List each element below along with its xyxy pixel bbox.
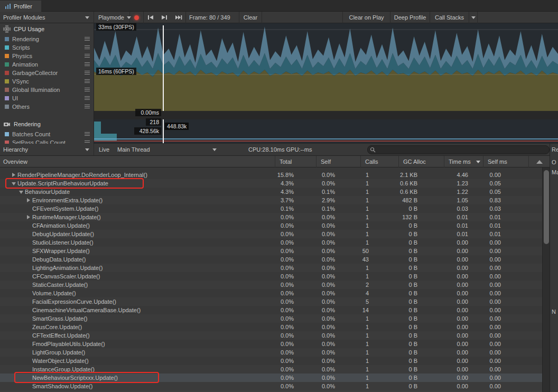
- row-value: 0.0%: [275, 366, 316, 372]
- legend-graph-icon: [85, 96, 90, 100]
- table-row[interactable]: RuntimeManager.Update()0.0%0.0%1132 B0.0…: [0, 213, 542, 221]
- table-row[interactable]: CFTextEffect.Update()0.0%0.0%10 B0.000.0…: [0, 331, 542, 340]
- table-row[interactable]: SmartShadow.Update()0.0%0.0%10 B0.000.00: [0, 382, 542, 390]
- legend-graph-icon: [85, 79, 90, 83]
- view-mode-dropdown[interactable]: Hierarchy: [0, 144, 94, 155]
- row-value: 0.0%: [316, 265, 360, 271]
- foldout-expanded-icon[interactable]: [11, 180, 17, 186]
- table-row[interactable]: StudioListener.Update()0.0%0.0%10 B0.000…: [0, 238, 542, 247]
- row-value: 0.00: [483, 256, 528, 263]
- table-row[interactable]: Update.ScriptRunBehaviourUpdate4.3%0.0%1…: [0, 179, 542, 188]
- previous-frame-icon: [147, 15, 154, 20]
- row-value: 0.00: [483, 282, 528, 288]
- search-input[interactable]: [378, 147, 536, 153]
- row-value: 0.00: [483, 341, 528, 347]
- table-row[interactable]: SFXWrapper.Update()0.0%0.0%500 B0.000.00: [0, 247, 542, 255]
- rendering-module-header[interactable]: Rendering: [0, 118, 94, 130]
- profiler-modules-dropdown[interactable]: Profiler Modules: [0, 12, 94, 23]
- table-row[interactable]: RenderPipelineManager.DoRenderLoop_Inter…: [0, 171, 542, 179]
- row-label: CinemachineVirtualCameraBase.Update(): [32, 307, 141, 313]
- playmode-label: Playmode: [98, 14, 124, 21]
- column-header-self-ms[interactable]: Self ms: [483, 156, 528, 167]
- cpu-icon: [3, 25, 11, 33]
- foldout-collapsed-icon[interactable]: [25, 214, 32, 220]
- legend-label: Animation: [12, 61, 38, 68]
- next-frame-button[interactable]: [157, 12, 171, 23]
- column-header-calls[interactable]: Calls: [360, 156, 398, 167]
- playmode-dropdown[interactable]: Playmode: [95, 12, 130, 23]
- deep-profile-button[interactable]: Deep Profile: [390, 12, 430, 23]
- thread-dropdown[interactable]: Main Thread: [114, 144, 220, 155]
- row-value: 0.01: [483, 231, 528, 237]
- charts-region: CPU Usage RenderingScriptsPhysicsAnimati…: [0, 23, 558, 144]
- row-label: NewBehaviourScriptxxx.Update(): [32, 375, 118, 381]
- table-row[interactable]: EnvironmentExtra.Update()3.7%2.9%1482 B1…: [0, 196, 542, 204]
- row-label: CFTextEffect.Update(): [32, 332, 90, 339]
- tab-profiler[interactable]: Profiler: [0, 1, 41, 12]
- table-row[interactable]: CFCanvasScaler.Update()0.0%0.0%10 B0.000…: [0, 272, 542, 281]
- legend-item[interactable]: Animation: [0, 60, 94, 69]
- table-row[interactable]: WaterObject.Update()0.0%0.0%10 B0.000.00: [0, 357, 542, 365]
- table-row[interactable]: FmodPlayableUtils.Update()0.0%0.0%10 B0.…: [0, 340, 542, 348]
- legend-item[interactable]: Others: [0, 102, 94, 111]
- table-row[interactable]: DebugData.Update()0.0%0.0%430 B0.000.00: [0, 255, 542, 264]
- legend-item[interactable]: VSync: [0, 77, 94, 86]
- frame-playhead[interactable]: [163, 119, 164, 143]
- legend-item[interactable]: UI: [0, 94, 94, 102]
- clear-on-play-button[interactable]: Clear on Play: [342, 12, 390, 23]
- column-header-self[interactable]: Self: [316, 156, 360, 167]
- table-row[interactable]: FacialExpressionCurve.Update()0.0%0.0%50…: [0, 297, 542, 306]
- foldout-collapsed-icon[interactable]: [11, 172, 17, 178]
- column-header-gc-alloc[interactable]: GC Alloc: [398, 156, 444, 167]
- search-field[interactable]: [367, 145, 550, 154]
- column-header-time-ms[interactable]: Time ms: [444, 156, 483, 167]
- foldout-expanded-icon[interactable]: [18, 189, 24, 195]
- table-row[interactable]: Volume.Update()0.0%0.0%40 B0.000.00: [0, 289, 542, 297]
- cpu-usage-module-header[interactable]: CPU Usage: [0, 23, 94, 35]
- table-row[interactable]: DebugUpdater.Update()0.0%0.0%10 B0.010.0…: [0, 230, 542, 238]
- record-button[interactable]: [130, 12, 144, 23]
- live-toggle[interactable]: Live: [96, 144, 113, 155]
- details-panel-dropdown-fragment[interactable]: Re: [552, 146, 558, 153]
- column-header-overview[interactable]: Overview: [0, 156, 275, 167]
- legend-item[interactable]: SetPass Calls Count: [0, 138, 94, 144]
- table-row[interactable]: LightingAnimation.Update()0.0%0.0%10 B0.…: [0, 264, 542, 272]
- table-row[interactable]: ZeusCore.Update()0.0%0.0%10 B0.000.00: [0, 323, 542, 331]
- call-stacks-button[interactable]: Call Stacks: [430, 12, 469, 23]
- legend-item[interactable]: GarbageCollector: [0, 69, 94, 77]
- clear-button[interactable]: Clear: [239, 12, 262, 23]
- foldout-spacer: [25, 273, 32, 279]
- legend-item[interactable]: Batches Count: [0, 130, 94, 138]
- foldout-spacer: [25, 315, 32, 322]
- column-header-total[interactable]: Total: [275, 156, 316, 167]
- table-row[interactable]: NewBehaviourScriptxxx.Update()0.0%0.0%10…: [0, 374, 542, 382]
- table-row[interactable]: InstanceGroup.Update()0.0%0.0%10 B0.000.…: [0, 365, 542, 374]
- legend-item[interactable]: Scripts: [0, 43, 94, 52]
- frame-playhead[interactable]: [163, 25, 164, 111]
- row-value: 0 B: [398, 315, 444, 322]
- legend-item[interactable]: Physics: [0, 52, 94, 60]
- row-value: 3.7%: [275, 197, 316, 203]
- legend-item[interactable]: Global Illumination: [0, 86, 94, 94]
- previous-frame-button[interactable]: [144, 12, 157, 23]
- legend-label: Rendering: [12, 36, 39, 42]
- table-row[interactable]: CFAnimation.Update()0.0%0.0%10 B0.010.01: [0, 221, 542, 230]
- table-row[interactable]: BehaviourUpdate4.3%0.1%10.6 KB1.220.05: [0, 188, 542, 196]
- scrollbar-thumb[interactable]: [544, 170, 549, 244]
- row-label: LightingAnimation.Update(): [32, 265, 103, 271]
- row-value: 2.1 KB: [398, 172, 444, 178]
- table-row[interactable]: SmartGrass.Update()0.0%0.0%10 B0.000.00: [0, 314, 542, 323]
- row-value: 0 B: [398, 256, 444, 263]
- foldout-collapsed-icon[interactable]: [25, 197, 32, 203]
- table-row[interactable]: CFEventSystem.Update()0.1%0.1%10 B0.030.…: [0, 204, 542, 213]
- row-value: 1: [360, 239, 398, 246]
- row-value: 0.1%: [316, 206, 360, 212]
- table-row[interactable]: LightGroup.Update()0.0%0.0%10 B0.000.00: [0, 348, 542, 357]
- table-scrollbar[interactable]: [542, 167, 550, 392]
- current-frame-button[interactable]: [171, 12, 186, 23]
- table-row[interactable]: CinemachineVirtualCameraBase.Update()0.0…: [0, 306, 542, 314]
- call-stacks-dropdown[interactable]: [469, 12, 478, 23]
- row-value: 0.0%: [316, 172, 360, 178]
- legend-item[interactable]: Rendering: [0, 35, 94, 43]
- table-row[interactable]: StaticCaster.Update()0.0%0.0%20 B0.000.0…: [0, 281, 542, 289]
